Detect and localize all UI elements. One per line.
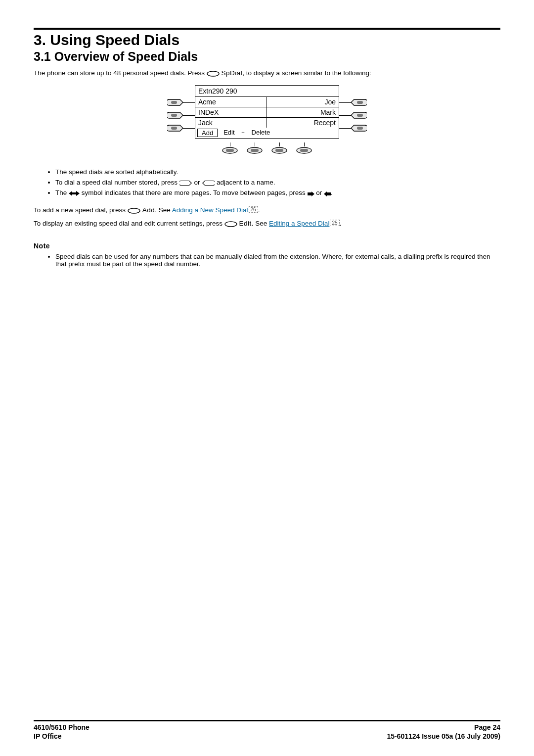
lcd-title-blank (266, 86, 339, 97)
bullet2-post: adjacent to a name. (217, 179, 275, 186)
softkey-delete: Delete (250, 129, 272, 137)
svg-point-0 (207, 71, 219, 76)
lead-line (339, 115, 351, 116)
double-arrow-icon (69, 190, 80, 196)
footer-left-2: IP Office (34, 732, 62, 740)
bullet3-end: . (331, 189, 333, 196)
intro-paragraph: The phone can store up to 48 personal sp… (34, 69, 500, 78)
bullet1-text: The speed dials are sorted alphabeticall… (55, 168, 178, 176)
soft-button-icon (167, 111, 184, 119)
double-arrow-icon: ↔ (241, 129, 246, 138)
lcd-title: Extn290 290 (195, 86, 266, 97)
add-btn: Add (142, 206, 155, 214)
lcd-cell-right: Mark (267, 107, 339, 117)
svg-rect-10 (251, 149, 259, 152)
svg-rect-4 (357, 101, 363, 104)
soft-button-icon (167, 98, 184, 106)
svg-point-16 (225, 222, 237, 227)
lcd-cell-left: Jack (195, 118, 267, 128)
oval-button-icon (128, 208, 140, 214)
add-end: . (258, 206, 260, 214)
footer: 4610/5610 Phone Page 24 IP Office 15-601… (34, 720, 500, 740)
edit-pre: To display an existing speed dial and ed… (34, 220, 224, 227)
lcd-row: Jack Recept (195, 118, 339, 128)
lead-line (183, 102, 195, 103)
oval-button-icon (296, 146, 312, 154)
list-item: To dial a speed dial number stored, pres… (55, 179, 500, 186)
edit-end: . (340, 220, 342, 227)
svg-rect-8 (226, 149, 234, 152)
bullet-list: The speed dials are sorted alphabeticall… (34, 168, 500, 196)
svg-rect-3 (171, 127, 177, 130)
footer-right-2: 15-601124 Issue 05a (16 July 2009) (387, 732, 500, 740)
heading-1: 3. Using Speed Dials (34, 32, 500, 48)
svg-point-15 (128, 208, 140, 213)
soft-button-icon (350, 111, 367, 119)
arrow-right-icon (308, 191, 314, 196)
bullet3-mid: symbol indicates that there are more pag… (82, 189, 308, 196)
arrow-left-icon (324, 191, 331, 196)
svg-rect-5 (357, 114, 363, 117)
oval-button-icon (271, 146, 288, 154)
lead-line (183, 128, 195, 129)
svg-rect-14 (300, 149, 308, 152)
soft-button-right-icon (202, 180, 215, 186)
heading-2: 3.1 Overview of Speed Dials (34, 49, 500, 64)
lcd-row: INDeX Mark (195, 107, 339, 118)
lead-line (339, 102, 351, 103)
lead-line (183, 115, 195, 116)
oval-button-icon (224, 221, 237, 227)
note-list: Speed dials can be used for any numbers … (34, 253, 500, 268)
soft-button-icon (350, 98, 367, 106)
edit-btn: Edit (239, 220, 252, 227)
list-item: Speed dials can be used for any numbers … (55, 253, 500, 268)
svg-rect-1 (171, 101, 177, 104)
footer-left-1: 4610/5610 Phone (34, 723, 89, 731)
note-text: Speed dials can be used for any numbers … (55, 253, 490, 268)
svg-rect-12 (275, 149, 283, 152)
svg-rect-6 (357, 127, 363, 130)
lcd-screen: Extn290 290 Acme Joe INDeX Mark Jack Rec… (195, 85, 339, 139)
list-item: The symbol indicates that there are more… (55, 189, 500, 196)
footer-rule (34, 720, 500, 721)
link-edit-speed-dial[interactable]: Editing a Speed Dial (269, 220, 329, 227)
edit-paragraph: To display an existing speed dial and ed… (34, 220, 500, 227)
softkey-add: Add (197, 129, 218, 137)
oval-button-icon (222, 146, 238, 154)
bullet3-pre: The (55, 189, 69, 196)
add-see: . See (155, 206, 172, 214)
footer-right-1: Page 24 (474, 723, 500, 731)
bullet3-or: or (316, 189, 324, 196)
lcd-cell-right: Joe (267, 97, 339, 107)
bullet2-mid: or (194, 179, 202, 186)
oval-button-icon (207, 71, 220, 77)
note-heading: Note (34, 242, 500, 250)
lead-line (339, 128, 351, 129)
lcd-row: Acme Joe (195, 97, 339, 107)
page-ref: 25 (330, 220, 339, 226)
softkey-buttons (158, 142, 376, 154)
soft-button-icon (350, 124, 367, 132)
lcd-cell-left: Acme (195, 97, 267, 107)
intro-post: , to display a screen similar to the fol… (242, 69, 371, 77)
oval-button-icon (246, 146, 263, 154)
edit-see: . See (252, 220, 269, 227)
softkey-edit: Edit (222, 129, 236, 137)
svg-rect-2 (171, 114, 177, 117)
bullet2-pre: To dial a speed dial number stored, pres… (55, 179, 179, 186)
lcd-cell-right: Recept (267, 118, 339, 128)
add-paragraph: To add a new speed dial, press Add. See … (34, 206, 500, 214)
intro-pre: The phone can store up to 48 personal sp… (34, 69, 207, 77)
soft-button-icon (167, 124, 184, 132)
lcd-softkeys: Add Edit ↔ Delete (195, 128, 339, 138)
list-item: The speed dials are sorted alphabeticall… (55, 168, 500, 176)
phone-illustration: Extn290 290 Acme Joe INDeX Mark Jack Rec… (158, 85, 376, 154)
page-ref: 26 (249, 206, 258, 213)
intro-btn-label: SpDial (222, 69, 243, 77)
add-pre: To add a new speed dial, press (34, 206, 128, 214)
top-rule (34, 28, 500, 30)
lcd-cell-left: INDeX (195, 107, 267, 117)
page: 3. Using Speed Dials 3.1 Overview of Spe… (0, 0, 534, 756)
soft-button-left-icon (179, 180, 192, 186)
link-add-speed-dial[interactable]: Adding a New Speed Dial (172, 206, 248, 214)
